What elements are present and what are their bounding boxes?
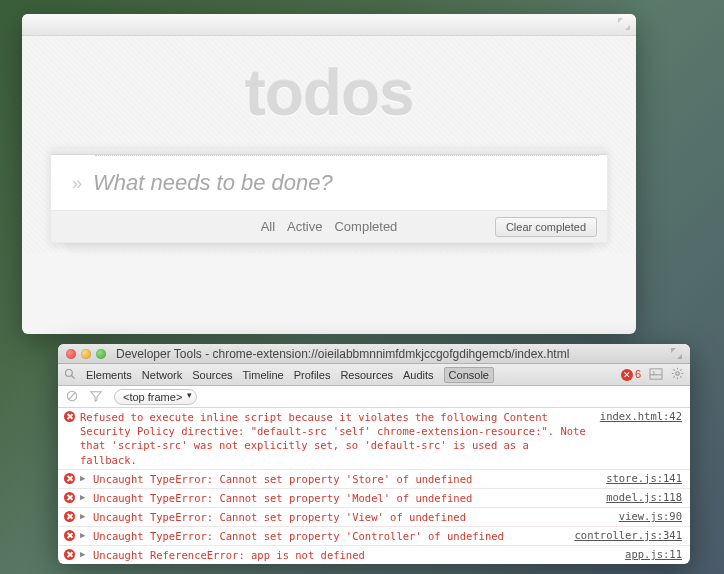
app-title: todos [50,56,608,130]
console-message-text: Uncaught TypeError: Cannot set property … [93,529,562,543]
zoom-icon[interactable] [96,349,106,359]
error-icon [64,492,75,503]
app-titlebar[interactable] [22,14,636,36]
devtools-window: Developer Tools - chrome-extension://oie… [58,344,690,564]
app-body: todos » All Active Completed Clear compl… [22,36,636,253]
gear-icon[interactable] [671,367,684,382]
expand-icon[interactable]: ▶ [80,530,88,540]
search-icon[interactable] [64,368,76,382]
error-icon [64,549,75,560]
console-message: ▶Uncaught TypeError: Cannot set property… [58,489,690,508]
svg-text:❯_: ❯_ [652,370,658,375]
todo-input-row: » [51,156,607,210]
console-message: Refused to execute inline script because… [58,408,690,470]
tab-sources[interactable]: Sources [192,369,232,381]
filter-icon[interactable] [90,390,102,404]
error-count-badge[interactable]: ✕6 [621,368,641,381]
svg-line-1 [72,375,75,378]
toggle-all-icon[interactable]: » [61,173,93,194]
todo-footer: All Active Completed Clear completed [51,210,607,242]
console-message-text: Uncaught TypeError: Cannot set property … [93,472,593,486]
clear-completed-button[interactable]: Clear completed [495,217,597,237]
devtools-title: Developer Tools - chrome-extension://oie… [116,347,665,361]
filter-active[interactable]: Active [287,219,322,234]
devtools-titlebar[interactable]: Developer Tools - chrome-extension://oie… [58,344,690,364]
expand-icon[interactable]: ▶ [80,549,88,559]
console-message-text: Uncaught ReferenceError: app is not defi… [93,548,612,562]
traffic-lights [66,349,106,359]
close-icon[interactable] [66,349,76,359]
console-message-text: Uncaught TypeError: Cannot set property … [93,510,606,524]
drawer-toggle-icon[interactable]: ❯_ [649,368,663,382]
expand-icon[interactable]: ▶ [80,473,88,483]
tab-console[interactable]: Console [444,367,494,383]
console-output: Refused to execute inline script because… [58,408,690,562]
console-message-source[interactable]: controller.js:341 [575,529,682,541]
error-icon [64,511,75,522]
filter-all[interactable]: All [261,219,275,234]
svg-line-15 [69,392,76,399]
console-message: ▶Uncaught TypeError: Cannot set property… [58,508,690,527]
tab-timeline[interactable]: Timeline [243,369,284,381]
console-message-text: Uncaught TypeError: Cannot set property … [93,491,593,505]
error-icon [64,530,75,541]
tab-resources[interactable]: Resources [340,369,393,381]
console-message-source[interactable]: model.js:118 [606,491,682,503]
devtools-tabbar: Elements Network Sources Timeline Profil… [58,364,690,386]
console-message: ▶Uncaught TypeError: Cannot set property… [58,527,690,546]
svg-point-0 [66,369,73,376]
console-message-source[interactable]: view.js:90 [619,510,682,522]
fullscreen-icon[interactable] [618,18,630,30]
frame-selector-label: <top frame> [123,391,182,403]
console-message: ▶Uncaught TypeError: Cannot set property… [58,470,690,489]
svg-point-5 [676,372,680,376]
svg-line-11 [680,376,681,377]
frame-selector[interactable]: <top frame> [114,389,197,405]
fullscreen-icon[interactable] [671,348,682,359]
console-message-source[interactable]: index.html:42 [600,410,682,422]
expand-icon[interactable]: ▶ [80,492,88,502]
expand-icon[interactable]: ▶ [80,511,88,521]
filter-completed[interactable]: Completed [334,219,397,234]
tab-elements[interactable]: Elements [86,369,132,381]
app-window: todos » All Active Completed Clear compl… [22,14,636,334]
tab-profiles[interactable]: Profiles [294,369,331,381]
console-message: ▶Uncaught ReferenceError: app is not def… [58,546,690,562]
minimize-icon[interactable] [81,349,91,359]
svg-line-12 [673,376,674,377]
error-icon [64,411,75,422]
error-icon [64,473,75,484]
clear-console-icon[interactable] [66,390,78,404]
todo-card: » All Active Completed Clear completed [50,148,608,243]
console-message-text: Refused to execute inline script because… [80,410,587,467]
tab-network[interactable]: Network [142,369,182,381]
svg-line-13 [680,369,681,370]
console-toolbar: <top frame> [58,386,690,408]
console-message-source[interactable]: app.js:11 [625,548,682,560]
filter-group: All Active Completed [261,219,398,234]
new-todo-input[interactable] [93,170,599,196]
console-message-source[interactable]: store.js:141 [606,472,682,484]
tab-audits[interactable]: Audits [403,369,434,381]
svg-line-10 [673,369,674,370]
